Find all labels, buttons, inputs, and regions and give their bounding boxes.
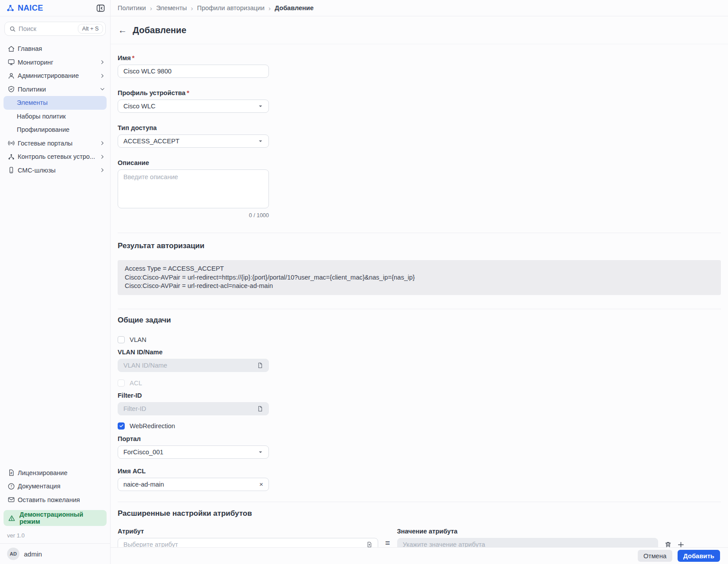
chevron-right-icon: [100, 73, 105, 78]
sidebar-item-home[interactable]: Главная: [0, 42, 110, 56]
footer-action-bar: Отмена Добавить: [111, 547, 728, 564]
filter-id-field-group: Filter-ID: [118, 392, 269, 415]
equals-sign: =: [385, 539, 390, 548]
app-logo[interactable]: NAICE: [6, 4, 43, 13]
sidebar-item-label: Профилирование: [17, 126, 69, 133]
envelope-icon: [7, 495, 15, 504]
webredirection-checkbox-row: WebRedirection: [118, 422, 721, 430]
chevron-right-icon: [100, 154, 105, 159]
caret-down-icon: [258, 138, 263, 144]
acl-name-input[interactable]: [123, 481, 259, 488]
name-input[interactable]: [123, 68, 263, 75]
submit-button[interactable]: Добавить: [678, 550, 720, 562]
attribute-dictionary-icon[interactable]: [366, 541, 372, 548]
app-window: NAICE Alt + S Главная Мониторинг: [0, 0, 728, 564]
breadcrumb-item-policies[interactable]: Политики: [118, 4, 146, 12]
vlan-id-field-group: VLAN ID/Name: [118, 349, 269, 372]
version-label: ver 1.0: [7, 532, 103, 539]
breadcrumb-item-auth-profiles[interactable]: Профили авторизации: [197, 4, 265, 12]
caret-down-icon: [258, 104, 263, 109]
advanced-attributes-heading: Расширенные настройки атрибутов: [118, 509, 721, 518]
page-title: Добавление: [133, 25, 186, 35]
search-input[interactable]: [19, 25, 75, 32]
attribute-value-label: Значение атрибута: [397, 528, 658, 535]
naice-logo-icon: [6, 4, 15, 12]
sidebar-item-elements[interactable]: Элементы: [4, 96, 107, 110]
breadcrumb-item-current: Добавление: [275, 4, 314, 12]
device-profile-label: Профиль устройства*: [118, 89, 269, 96]
sidebar-item-documentation[interactable]: ? Документация: [0, 480, 110, 493]
help-circle-icon: ?: [7, 482, 15, 491]
sidebar-item-monitoring[interactable]: Мониторинг: [0, 56, 110, 69]
vlan-id-input: [123, 362, 257, 369]
main-area: Политики › Элементы › Профили авторизаци…: [111, 0, 728, 564]
webredirection-checkbox[interactable]: [118, 422, 125, 430]
sidebar-item-guest-portals[interactable]: Гостевые порталы: [0, 137, 110, 150]
portal-select[interactable]: ForCisco_001: [118, 445, 269, 459]
name-field-group: Имя*: [118, 54, 269, 78]
caret-down-icon: [258, 449, 263, 455]
auth-result-heading: Результат авторизации: [118, 242, 721, 250]
sidebar-item-policy-sets[interactable]: Наборы политик: [0, 110, 110, 123]
acl-checkbox-label: ACL: [130, 380, 142, 387]
auth-result-line: Cisco:Cisco-AVPair = url-redirect=https:…: [125, 273, 714, 282]
search-box[interactable]: Alt + S: [4, 22, 106, 36]
dictionary-file-icon[interactable]: [257, 406, 263, 412]
dictionary-file-icon[interactable]: [257, 362, 263, 368]
username-label: admin: [24, 550, 42, 558]
sidebar-item-feedback[interactable]: Оставить пожелания: [0, 493, 110, 507]
license-file-icon: ₽: [7, 468, 15, 477]
svg-text:₽: ₽: [11, 472, 13, 475]
name-label: Имя*: [118, 54, 269, 61]
char-counter: 0 / 1000: [118, 212, 269, 219]
sidebar-bottom-nav: ₽ Лицензирование ? Документация Оставить…: [0, 466, 110, 507]
webredirection-checkbox-label: WebRedirection: [130, 422, 175, 430]
acl-checkbox: [118, 380, 125, 387]
breadcrumb-separator-icon: ›: [268, 4, 271, 12]
access-type-field-group: Тип доступа ACCESS_ACCEPT: [118, 124, 269, 148]
vlan-checkbox-label: VLAN: [130, 336, 146, 343]
chevron-right-icon: [100, 60, 105, 65]
sidebar-item-policies[interactable]: Политики: [0, 83, 110, 96]
description-textarea[interactable]: [118, 169, 269, 208]
device-profile-value: Cisco WLC: [123, 103, 156, 110]
clear-icon[interactable]: ×: [259, 481, 263, 487]
acl-name-label: Имя ACL: [118, 468, 269, 475]
sidebar-item-licensing[interactable]: ₽ Лицензирование: [0, 466, 110, 480]
app-logo-text: NAICE: [18, 4, 43, 13]
user-menu[interactable]: AD admin: [0, 543, 110, 564]
common-tasks-heading: Общие задачи: [118, 316, 721, 325]
device-profile-select[interactable]: Cisco WLC: [118, 100, 269, 113]
description-field-group: Описание 0 / 1000: [118, 159, 269, 219]
chevron-right-icon: [100, 168, 105, 173]
chevron-down-icon: [100, 87, 105, 92]
sidebar-item-label: Наборы политик: [17, 113, 66, 120]
demo-mode-badge: Демонстрационный режим: [4, 510, 107, 526]
access-point-icon: [7, 139, 15, 147]
access-type-select[interactable]: ACCESS_ACCEPT: [118, 134, 269, 148]
sidebar-item-sms-gateways[interactable]: СМС-шлюзы: [0, 164, 110, 177]
breadcrumb-item-elements[interactable]: Элементы: [156, 4, 187, 12]
section-divider: [118, 309, 721, 309]
cancel-button[interactable]: Отмена: [638, 550, 672, 562]
warning-triangle-icon: [8, 514, 15, 522]
name-input-wrap: [118, 65, 269, 78]
filter-id-input-wrap: [118, 402, 269, 415]
sidebar-item-profiling[interactable]: Профилирование: [0, 123, 110, 137]
acl-checkbox-row: ACL: [118, 380, 721, 387]
acl-name-field-group: Имя ACL ×: [118, 468, 269, 491]
breadcrumb-separator-icon: ›: [150, 4, 152, 12]
chevron-right-icon: [100, 141, 105, 146]
sidebar-item-label: Контроль сетевых устро...: [18, 153, 95, 160]
sidebar-item-label: Оставить пожелания: [18, 496, 80, 503]
sidebar-item-label: Мониторинг: [18, 59, 53, 66]
sidebar-item-administration[interactable]: Администрирование: [0, 69, 110, 83]
vlan-id-input-wrap: [118, 359, 269, 372]
back-arrow-icon[interactable]: ←: [118, 26, 127, 35]
vlan-checkbox[interactable]: [118, 336, 125, 343]
section-divider: [118, 502, 721, 502]
phone-icon: [7, 166, 15, 174]
sidebar-item-label: Главная: [18, 45, 42, 52]
sidebar-item-network-devices-control[interactable]: Контроль сетевых устро...: [0, 150, 110, 164]
sidebar-collapse-icon[interactable]: [96, 4, 105, 12]
